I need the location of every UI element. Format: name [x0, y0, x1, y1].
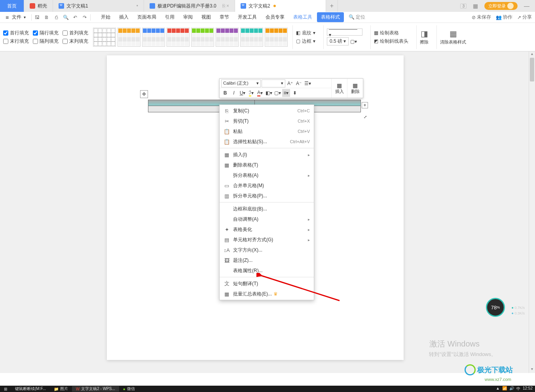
clear-style-button[interactable]: ▦ 清除表格样式	[436, 25, 469, 49]
unsaved-indicator[interactable]: ⊘ 未保存	[472, 14, 491, 21]
preview-icon[interactable]: 🔍	[63, 14, 69, 21]
menu-view[interactable]: 视图	[197, 12, 215, 22]
draw-table-button[interactable]: ▦ 绘制表格	[374, 30, 408, 36]
print-icon[interactable]: ⎙	[53, 14, 59, 21]
scroll-down-icon[interactable]: ▾	[529, 367, 535, 373]
line-color-button[interactable]: ▢▾	[350, 39, 357, 44]
font-grow-button[interactable]: A⁺	[286, 80, 294, 87]
ctx-copy[interactable]: ⎘复制(C)Ctrl+C	[220, 106, 314, 116]
scroll-up-icon[interactable]: ▴	[529, 51, 535, 58]
grid-icon[interactable]: ▦	[470, 3, 480, 9]
save-icon[interactable]: 🖫	[34, 14, 40, 21]
underline-button[interactable]: U▾	[239, 89, 247, 97]
font-shrink-button[interactable]: A⁻	[295, 80, 303, 87]
ctx-delete-table[interactable]: ▦删除表格(T)	[220, 160, 314, 170]
taskbar-app3[interactable]: W 文字文稿2 - WPS...	[72, 386, 119, 392]
save2-icon[interactable]: 🗎	[44, 14, 50, 21]
tab-pdf[interactable]: 极速PDF编辑器用户手册3.0⎘ ×	[144, 0, 235, 12]
border-mini-button[interactable]: ▢▾	[273, 89, 281, 97]
tab-doke[interactable]: 稻壳	[24, 0, 53, 12]
eraser-button[interactable]: ◨ 擦除	[416, 25, 432, 49]
share-button[interactable]: ↗ 分享	[517, 14, 532, 21]
menu-reference[interactable]: 引用	[161, 12, 178, 22]
coop-button[interactable]: 👥 协作	[496, 14, 512, 21]
ctx-beautify[interactable]: ✦表格美化▸	[220, 224, 314, 235]
minimize-button[interactable]: —	[522, 3, 532, 9]
taskbar-app4[interactable]: ● 微信	[119, 386, 139, 392]
tab-doc2[interactable]: 文字文稿2	[235, 0, 326, 12]
draw-diag-button[interactable]: ◩ 绘制斜线表头	[374, 38, 408, 45]
chk-alt-col[interactable]: 隔列填充	[33, 38, 59, 45]
mini-delete-button[interactable]: ▦删除	[347, 79, 363, 98]
taskbar-app1[interactable]: 键鼠断断续(M:F...	[11, 386, 50, 392]
menu-table-style[interactable]: 表格样式	[317, 12, 344, 22]
menu-vip[interactable]: 会员专享	[262, 12, 288, 22]
file-menu[interactable]: 文件 ▾	[3, 14, 28, 21]
menu-start[interactable]: 开始	[97, 12, 114, 22]
ctx-translate[interactable]: 文短句翻译(T)	[220, 278, 314, 289]
menu-review[interactable]: 审阅	[179, 12, 197, 22]
scroll-thumb[interactable]	[530, 58, 534, 81]
badge-count[interactable]: 3	[460, 4, 467, 9]
taskbar-app2[interactable]: 📁 图片	[50, 386, 72, 392]
shading-button[interactable]: ◧ 底纹 ▾	[296, 30, 315, 36]
chk-last-col[interactable]: 末列填充	[63, 38, 88, 45]
menu-locate[interactable]: 🔍 定位	[345, 12, 369, 22]
table-styles-gallery[interactable]	[93, 28, 288, 47]
ctx-merge-cells[interactable]: ▭合并单元格(M)	[220, 180, 314, 191]
menu-table-tools[interactable]: 表格工具	[289, 12, 316, 22]
table-resize-handle[interactable]: ⤢	[362, 114, 368, 119]
chk-first-row[interactable]: 首行填充	[3, 30, 29, 36]
line-weight-select[interactable]: 0.5 磅 ▾ ▢▾	[327, 37, 362, 45]
ctx-cut[interactable]: ✂剪切(T)Ctrl+X	[220, 116, 314, 126]
highlight-button[interactable]: ℐ▾	[247, 89, 255, 97]
start-button[interactable]: ⊞	[0, 387, 11, 391]
chk-first-col[interactable]: 首列填充	[63, 30, 88, 36]
line-style-select[interactable]: —————— ▾	[327, 28, 362, 36]
shading-mini-button[interactable]: ◧▾	[265, 89, 273, 97]
ctx-text-dir[interactable]: ↕A文字方向(X)...	[220, 245, 314, 255]
table-move-handle[interactable]: ✥	[140, 90, 148, 98]
draw-diag-label: 绘制斜线表头	[380, 38, 408, 45]
menu-devtools[interactable]: 开发工具	[234, 12, 261, 22]
border-button[interactable]: ▢ 边框 ▾	[296, 38, 315, 45]
login-button[interactable]: 立即登录	[484, 2, 518, 10]
taskbar-tray[interactable]: ▲📶🔊中 12:52	[496, 386, 535, 392]
ctx-batch-sum[interactable]: ▦批量汇总表格(E)...♛	[220, 289, 314, 299]
ctx-insert[interactable]: ▦插入(I)▸	[220, 150, 314, 160]
ctx-paste-special[interactable]: 📋选择性粘贴(S)...Ctrl+Alt+V	[220, 136, 314, 147]
ctx-table-props[interactable]: 表格属性(R)...	[220, 265, 314, 276]
ctx-cell-align[interactable]: ▤单元格对齐方式(G)▸	[220, 235, 314, 245]
align-button[interactable]: ≡▾	[282, 89, 290, 97]
menu-chapter[interactable]: 章节	[216, 12, 233, 22]
doc-icon	[59, 3, 64, 9]
mini-insert-button[interactable]: ▦插入	[331, 79, 347, 98]
font-color-button[interactable]: A▾	[256, 89, 264, 97]
merge-button[interactable]: ⬍	[291, 89, 299, 97]
tab-home[interactable]: 首页	[0, 0, 24, 12]
ctx-border-shading[interactable]: 边框和底纹(B)...	[220, 204, 314, 214]
menu-layout[interactable]: 页面布局	[133, 12, 160, 22]
ctx-paste[interactable]: 📋粘贴Ctrl+V	[220, 126, 314, 136]
vertical-scrollbar[interactable]: ▴ ▾	[529, 51, 535, 373]
table-add-column-handle[interactable]: +	[362, 102, 368, 108]
ctx-auto-adjust[interactable]: 自动调整(A)▸	[220, 214, 314, 224]
ctx-caption[interactable]: 🖼题注(Z)...	[220, 255, 314, 265]
font-name-select[interactable]: Calibri (正文)▾	[221, 80, 261, 87]
tab-add[interactable]: +	[326, 0, 338, 12]
ctx-split-table[interactable]: 拆分表格(A)▸	[220, 170, 314, 180]
ctx-split-cells[interactable]: ▥拆分单元格(P)...	[220, 191, 314, 201]
font-size-select[interactable]: ▾	[262, 80, 285, 87]
menu-insert[interactable]: 插入	[115, 12, 133, 22]
italic-button[interactable]: I	[230, 89, 238, 97]
bold-button[interactable]: B	[221, 89, 229, 97]
tb-label: 文字文稿2 - WPS...	[81, 386, 115, 392]
perf-gauge[interactable]: 78%	[486, 298, 505, 317]
tab-doc1[interactable]: 文字文稿1•	[53, 0, 144, 12]
line-spacing-button[interactable]: ☰▾	[304, 80, 311, 87]
chk-last-row[interactable]: 末行填充	[3, 38, 29, 45]
redo-icon[interactable]: ↷	[82, 14, 88, 21]
chk-alt-row[interactable]: 隔行填充	[33, 30, 59, 36]
taskbar[interactable]: ⊞ 键鼠断断续(M:F... 📁 图片 W 文字文稿2 - WPS... ● 微…	[0, 386, 535, 392]
undo-icon[interactable]: ↶	[72, 14, 78, 21]
